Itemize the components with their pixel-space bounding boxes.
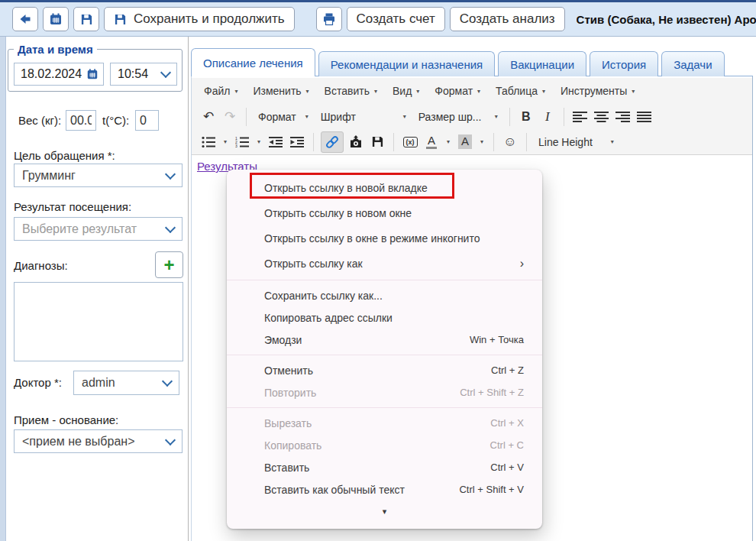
caret-down-icon: ▾	[374, 88, 377, 95]
floppy-icon	[80, 13, 93, 26]
menu-table[interactable]: Таблица ▾	[488, 85, 553, 97]
font-dropdown[interactable]: Шрифт ▾	[315, 111, 412, 123]
save-content-button[interactable]	[368, 132, 386, 152]
expand-more-icon: ▾	[383, 507, 387, 517]
menu-format[interactable]: Формат ▾	[427, 85, 488, 97]
create-invoice-label: Создать счет	[357, 11, 435, 27]
add-diagnosis-button[interactable]: +	[155, 251, 183, 278]
menu-item-label: Открыть ссылку в окне в режиме инкогнито	[264, 232, 480, 245]
numbered-list-menu-button[interactable]: ▾	[254, 132, 263, 152]
numbered-list-icon: 1 2 3	[235, 137, 249, 147]
context-menu-item-paste-plain-text[interactable]: Вставить как обычный текст Ctrl + Shift …	[227, 478, 542, 501]
left-scroll-strip[interactable]	[0, 37, 6, 541]
indent-button[interactable]	[288, 132, 306, 152]
outdent-button[interactable]	[267, 132, 285, 152]
datetime-group: Дата и время 10:54	[8, 43, 183, 92]
redo-button[interactable]: ↷	[221, 107, 239, 127]
context-menu-item-cut: Вырезать Ctrl + X	[227, 412, 542, 434]
background-color-button[interactable]: A	[456, 132, 474, 152]
floppy-icon	[114, 13, 127, 26]
result-select[interactable]: Выберите результат	[14, 217, 183, 241]
context-menu-item-paste[interactable]: Вставить Ctrl + V	[227, 456, 542, 478]
tab-tasks[interactable]: Задачи	[661, 51, 724, 76]
align-left-button[interactable]	[571, 107, 590, 127]
context-menu-item-open-new-tab[interactable]: Открыть ссылку в новой вкладке	[227, 175, 542, 200]
font-size-dropdown[interactable]: Размер шр... ▾	[412, 111, 504, 123]
menu-insert[interactable]: Вставить ▾	[317, 85, 385, 97]
chevron-down-icon	[165, 222, 176, 232]
align-justify-button[interactable]	[635, 107, 654, 127]
patient-name: Стив (Собака, Не известен) Ароски	[577, 13, 756, 26]
undo-button[interactable]: ↶	[199, 107, 218, 127]
align-center-button[interactable]	[593, 107, 611, 127]
line-height-dropdown[interactable]: Line Height ▾	[532, 136, 620, 148]
menu-tools[interactable]: Инструменты ▾	[553, 85, 642, 97]
format-dropdown[interactable]: Формат ▾	[252, 111, 315, 123]
context-menu-item-open-new-window[interactable]: Открыть ссылку в новом окне	[227, 200, 542, 225]
context-menu-item-emoji[interactable]: Эмодзи Win + Точка	[227, 329, 542, 351]
context-menu-item-save-link-as[interactable]: Сохранить ссылку как...	[227, 284, 542, 306]
tab-history[interactable]: История	[590, 51, 658, 76]
toolbar-separator	[313, 133, 314, 151]
create-analysis-button[interactable]: Создать анализ	[450, 7, 565, 31]
toolbar-separator	[509, 108, 510, 126]
calendar-icon[interactable]	[86, 68, 99, 80]
plus-icon: +	[163, 254, 174, 276]
back-button[interactable]	[12, 7, 38, 31]
context-menu-item-open-link-as[interactable]: Открыть ссылку как ›	[227, 251, 542, 276]
weight-input[interactable]	[66, 110, 96, 131]
menu-item-label: Повторить	[264, 387, 316, 399]
numbered-list-button[interactable]: 1 2 3	[233, 132, 251, 152]
tab-label: Вакцинации	[510, 58, 574, 71]
menu-item-shortcut: Win + Точка	[470, 334, 524, 345]
context-menu-item-copy-link-address[interactable]: Копировать адрес ссылки	[227, 306, 542, 329]
temperature-label: t(°C):	[102, 114, 129, 127]
insert-variable-button[interactable]: (x)	[401, 132, 419, 152]
emoticons-button[interactable]: ☺	[501, 132, 519, 152]
temperature-input[interactable]	[135, 110, 159, 131]
menu-label: Вид	[393, 85, 412, 97]
create-analysis-label: Создать анализ	[460, 11, 555, 27]
insert-link-button-active[interactable]	[321, 131, 344, 153]
text-color-menu-button[interactable]: ▾	[444, 132, 453, 152]
align-left-icon	[573, 112, 587, 122]
context-menu-expand-button[interactable]: ▾	[227, 501, 542, 517]
save-and-continue-label: Сохранить и продолжить	[134, 11, 285, 27]
result-label: Результат посещения:	[14, 200, 131, 213]
calendar-button[interactable]	[43, 7, 69, 31]
tab-recommendations[interactable]: Рекомендации и назначения	[318, 51, 495, 76]
tab-vaccinations[interactable]: Вакцинации	[498, 51, 586, 76]
calendar-icon	[49, 12, 63, 26]
italic-button[interactable]: I	[538, 107, 557, 127]
text-color-button[interactable]: A	[422, 132, 441, 152]
menu-item-shortcut: Ctrl + V	[490, 462, 524, 473]
bullet-list-menu-button[interactable]: ▾	[221, 132, 230, 152]
create-invoice-button[interactable]: Создать счет	[347, 7, 445, 31]
menu-file[interactable]: Файл ▾	[196, 85, 245, 97]
admission-select[interactable]: <прием не выбран>	[14, 429, 183, 453]
toolbar-separator	[526, 133, 527, 151]
doctor-select[interactable]: admin	[73, 371, 179, 395]
date-input[interactable]	[19, 66, 83, 82]
menu-item-shortcut: Ctrl + Shift + Z	[460, 387, 524, 398]
menu-edit[interactable]: Изменить ▾	[245, 85, 316, 97]
bullet-list-button[interactable]	[199, 132, 218, 152]
tab-treatment-description[interactable]: Описание лечения	[191, 48, 315, 76]
context-menu-item-undo[interactable]: Отменить Ctrl + Z	[227, 359, 542, 381]
menu-label: Инструменты	[561, 85, 627, 97]
link-icon	[325, 134, 340, 150]
menu-view[interactable]: Вид ▾	[385, 85, 427, 97]
print-button[interactable]	[316, 7, 342, 31]
align-right-button[interactable]	[614, 107, 632, 127]
background-color-menu-button[interactable]: ▾	[477, 132, 486, 152]
context-menu-item-open-incognito[interactable]: Открыть ссылку в окне в режиме инкогнито	[227, 225, 542, 251]
diagnoses-textarea[interactable]	[14, 282, 183, 361]
image-upload-button[interactable]	[347, 132, 365, 152]
context-menu-item-copy: Копировать Ctrl + C	[227, 434, 542, 456]
caret-down-icon: ▾	[416, 88, 419, 95]
goal-select[interactable]: Грумминг	[14, 164, 183, 187]
bold-button[interactable]: B	[517, 107, 535, 127]
save-button[interactable]	[73, 7, 99, 31]
time-select[interactable]: 10:54	[110, 63, 177, 86]
save-and-continue-button[interactable]: Сохранить и продолжить	[104, 7, 295, 31]
